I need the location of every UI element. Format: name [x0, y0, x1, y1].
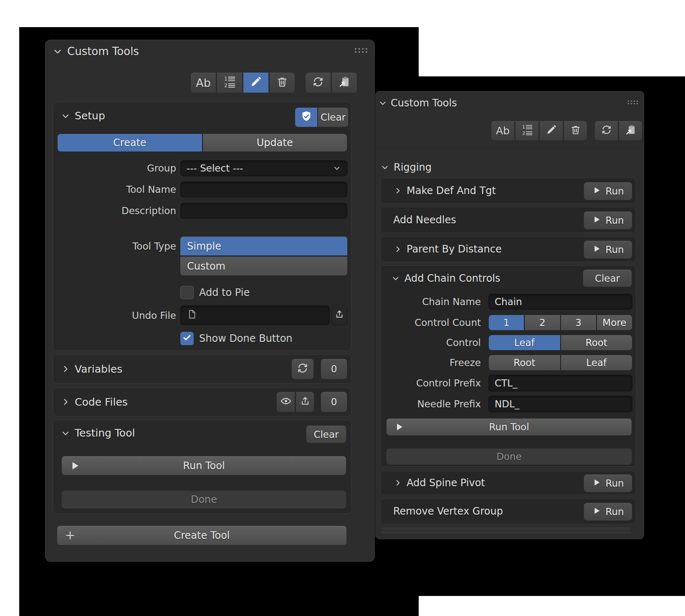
reorder-list-button[interactable]: 1 2: [515, 121, 539, 141]
chevron-down-icon[interactable]: [391, 274, 400, 283]
svg-text:2: 2: [224, 83, 227, 88]
tools-toolbar: Ab 1 2: [190, 72, 357, 93]
svg-text:1: 1: [522, 124, 525, 130]
font-icon: Ab: [496, 125, 510, 137]
chevron-right-icon[interactable]: [393, 245, 402, 254]
freeze-root[interactable]: Root: [489, 355, 560, 370]
delete-tool-button[interactable]: [269, 72, 295, 93]
edit-tool-button[interactable]: [539, 121, 563, 141]
setup-title: Setup: [75, 110, 105, 122]
control-count-label: Control Count: [385, 315, 481, 331]
chevron-down-icon[interactable]: [61, 111, 71, 121]
run-button[interactable]: Run: [584, 474, 632, 492]
variables-refresh-button[interactable]: [291, 358, 314, 379]
group-select[interactable]: --- Select ---: [180, 160, 347, 176]
chain-done-button[interactable]: Done: [386, 448, 632, 465]
refresh-icon: [296, 362, 309, 376]
control-segment: Leaf Root: [488, 335, 632, 351]
freeze-leaf[interactable]: Leaf: [561, 355, 632, 370]
undo-file-open-button[interactable]: [331, 305, 347, 325]
run-button[interactable]: Run: [584, 502, 632, 521]
group-select-value: --- Select ---: [187, 163, 329, 174]
refresh-tools-button[interactable]: [594, 121, 618, 141]
row-label: Remove Vertex Group: [393, 505, 503, 517]
variables-section: Variables 0: [53, 354, 351, 384]
chevron-down-icon[interactable]: [378, 98, 387, 108]
drag-handle-icon[interactable]: [627, 99, 639, 107]
header-divider: [376, 149, 644, 149]
delete-tool-button[interactable]: [564, 121, 587, 141]
setup-clear-button[interactable]: Clear: [318, 108, 348, 127]
control-prefix-input[interactable]: CTL_: [488, 375, 632, 391]
testing-tool-header: Testing Tool: [61, 427, 135, 439]
add-to-pie-checkbox[interactable]: [180, 286, 194, 299]
run-button[interactable]: Run: [584, 182, 632, 200]
rename-tool-button[interactable]: Ab: [491, 121, 515, 141]
tool-name-input[interactable]: [180, 182, 347, 197]
needle-prefix-input[interactable]: NDL_: [488, 396, 632, 412]
undo-file-input[interactable]: [180, 305, 330, 325]
play-icon: [592, 215, 601, 226]
refresh-icon: [312, 76, 324, 90]
needle-prefix-label: Needle Prefix: [385, 396, 481, 412]
tab-update[interactable]: Update: [203, 134, 347, 151]
control-count-segment: 1 2 3 More: [488, 315, 632, 331]
chevron-right-icon[interactable]: [61, 364, 71, 374]
shield-check-button[interactable]: [295, 108, 317, 127]
refresh-tools-button[interactable]: [305, 72, 331, 93]
code-files-count-button[interactable]: 0: [321, 391, 347, 412]
description-input[interactable]: [180, 203, 347, 219]
code-files-view-button[interactable]: [276, 391, 295, 412]
variables-count-button[interactable]: 0: [321, 358, 347, 379]
reorder-list-button[interactable]: 1 2: [217, 72, 243, 93]
tool-type-option-custom[interactable]: Custom: [180, 257, 347, 275]
svg-text:1: 1: [224, 76, 227, 82]
testing-clear-button[interactable]: Clear: [306, 425, 346, 443]
show-done-checkbox[interactable]: [180, 332, 194, 345]
control-count-3[interactable]: 3: [561, 315, 596, 330]
variables-count: 0: [331, 364, 337, 374]
tab-create[interactable]: Create: [58, 134, 202, 151]
setup-header: Setup: [61, 110, 105, 122]
edit-tool-button[interactable]: [243, 72, 269, 93]
chain-clear-button[interactable]: Clear: [583, 269, 632, 287]
testing-done-button[interactable]: Done: [61, 490, 346, 509]
chevron-down-icon[interactable]: [61, 428, 71, 438]
variables-header: Variables: [61, 355, 122, 383]
chevron-right-icon[interactable]: [61, 397, 71, 407]
code-files-load-button[interactable]: [296, 391, 314, 412]
create-tool-button[interactable]: Create Tool: [57, 525, 347, 545]
rename-tool-button[interactable]: Ab: [190, 72, 216, 93]
play-icon: [592, 478, 601, 489]
chain-name-input[interactable]: Chain: [488, 294, 632, 310]
control-root[interactable]: Root: [561, 335, 632, 350]
run-button[interactable]: Run: [584, 211, 632, 230]
shield-check-icon: [300, 110, 313, 124]
control-count-more[interactable]: More: [597, 315, 632, 330]
chevron-down-icon: [333, 164, 341, 172]
collapsed-separator: [381, 531, 631, 533]
testing-run-tool-button[interactable]: Run Tool: [61, 456, 346, 475]
chain-run-tool-button[interactable]: Run Tool: [386, 418, 632, 436]
file-icon: [187, 309, 197, 322]
export-tools-button[interactable]: [331, 72, 357, 93]
chevron-down-icon[interactable]: [52, 46, 63, 57]
tool-type-option-simple[interactable]: Simple: [180, 237, 347, 255]
row-label: Add Spine Pivot: [407, 477, 485, 489]
run-button[interactable]: Run: [584, 240, 632, 259]
export-tools-button[interactable]: [619, 121, 642, 141]
add-chain-controls-header: Add Chain Controls: [391, 273, 500, 284]
svg-text:2: 2: [522, 131, 525, 136]
drag-handle-icon[interactable]: [354, 47, 368, 56]
show-done-label: Show Done Button: [199, 332, 293, 345]
variables-title: Variables: [75, 363, 122, 375]
control-count-2[interactable]: 2: [525, 315, 560, 330]
chevron-right-icon[interactable]: [393, 186, 402, 195]
code-files-buttons: [276, 391, 314, 412]
control-leaf[interactable]: Leaf: [489, 335, 560, 350]
control-count-1[interactable]: 1: [489, 315, 524, 330]
clipboard-export-icon: [625, 124, 637, 137]
chevron-right-icon[interactable]: [393, 478, 402, 487]
chevron-down-icon[interactable]: [380, 163, 389, 172]
play-icon: [592, 244, 601, 255]
